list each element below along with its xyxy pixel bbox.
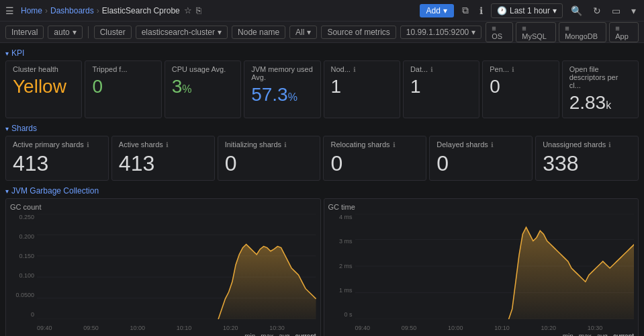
star-icon[interactable]: ☆ [184,5,192,15]
kpi-nodes-label: Nod... ℹ [331,65,393,73]
kpi-cluster-health: Cluster health Yellow [5,60,82,118]
chevron-down-icon[interactable]: ▾ [629,4,639,17]
svg-marker-6 [37,245,316,319]
kpi-section-header[interactable]: ▾ KPI [5,46,639,60]
gc-time-max[interactable]: max [579,333,592,336]
gc-count-x-axis: 09:40 09:50 10:00 10:10 10:20 10:30 [37,325,316,331]
kpi-open-fd-label: Open file descriptors per cl... [569,65,631,89]
gc-time-current[interactable]: current [613,333,634,336]
gc-time-panel: GC time 4 ms 3 ms 2 ms 1 ms 0 s [324,198,639,336]
cluster-value: elasticsearch-cluster [142,28,215,37]
share-icon[interactable]: ⎘ [196,5,201,15]
shard-active: Active shards ℹ 413 [111,136,215,181]
gc-count-footer: min max avg current [10,331,316,336]
tv-icon[interactable]: ▭ [609,4,623,17]
dashboards-link[interactable]: Dashboards [50,6,94,15]
kpi-cluster-health-value: Yellow [13,76,75,97]
ip-label: 10.99.1.105:9200 [406,28,469,37]
kpi-jvm-mem: JVM memory used Avg. 57.3% [244,60,320,118]
shard-initializing: Initializing shards ℹ 0 [218,136,321,181]
info-icon[interactable]: ℹ [477,4,486,17]
cluster-label: Cluster [94,26,132,39]
gc-time-avg[interactable]: avg [597,333,608,336]
dat-info-icon[interactable]: ℹ [430,66,433,73]
shard-active-primary-value: 413 [13,151,101,176]
gc-time-svg [355,214,635,319]
active-primary-info-icon[interactable]: ℹ [87,141,89,149]
unassigned-info-icon[interactable]: ℹ [608,141,611,149]
gc-time-area: 4 ms 3 ms 2 ms 1 ms 0 s [328,214,635,331]
kpi-pen-value: 0 [490,76,551,97]
shard-active-label: Active shards ℹ [119,140,208,149]
gc-count-min[interactable]: min [244,333,255,336]
relocating-info-icon[interactable]: ℹ [393,141,396,149]
jvm-section-header[interactable]: ▾ JVM Garbage Collection [5,183,639,198]
initializing-info-icon[interactable]: ℹ [284,141,287,149]
gc-time-footer: min max avg current [328,331,635,336]
shards-title: Shards [11,124,37,133]
gc-count-max[interactable]: max [261,333,273,336]
shard-delayed: Delayed shards ℹ 0 [429,136,533,181]
kpi-title: KPI [11,48,24,58]
active-info-icon[interactable]: ℹ [166,141,169,149]
delayed-info-icon[interactable]: ℹ [491,141,494,149]
shards-section-header[interactable]: ▾ Shards [5,121,639,136]
kpi-jvm-mem-value: 57.3% [251,84,313,106]
mysql-pill[interactable]: ≡ MySQL [516,22,556,42]
node-name-label: Node name [232,26,285,39]
add-chevron-icon: ▾ [443,6,447,15]
shard-unassigned: Unassigned shards ℹ 338 [535,136,639,181]
shard-unassigned-label: Unassigned shards ℹ [543,140,631,149]
shard-initializing-label: Initializing shards ℹ [225,140,314,149]
kpi-open-fd: Open file descriptors per cl... 2.83k [562,60,639,118]
shard-active-primary-label: Active primary shards ℹ [13,140,101,149]
shard-relocating-label: Relocating shards ℹ [330,140,419,149]
shard-delayed-value: 0 [436,151,525,176]
shard-active-primary: Active primary shards ℹ 413 [5,136,109,181]
kpi-nodes-value: 1 [331,76,393,97]
kpi-cluster-health-label: Cluster health [13,65,75,73]
cluster-selector[interactable]: elasticsearch-cluster ▾ [136,26,228,39]
charts-row: GC count 0.250 0.200 0.150 0.100 0.0500 … [5,198,639,336]
jvm-title: JVM Garbage Collection [11,186,99,196]
gc-time-min[interactable]: min [563,333,573,336]
nav-pills: ≡ OS ≡ MySQL ≡ MongoDB ≡ App [486,22,639,42]
hamburger-menu[interactable]: ☰ [5,5,14,16]
all-selector[interactable]: All ▾ [289,26,317,39]
nodes-info-icon[interactable]: ℹ [353,66,356,73]
refresh-icon[interactable]: ↻ [590,4,604,17]
gc-time-y-axis: 4 ms 3 ms 2 ms 1 ms 0 s [328,214,355,318]
kpi-pen: Pen... ℹ 0 [482,60,559,118]
kpi-jvm-mem-label: JVM memory used Avg. [251,65,313,81]
source-label: Source of metrics [321,26,396,39]
gc-count-current[interactable]: current [295,333,316,336]
ip-chevron: ▾ [471,28,475,37]
kpi-cpu-value: 3% [172,76,234,97]
copy-icon[interactable]: ⧉ [459,3,471,17]
os-pill[interactable]: ≡ OS [486,22,513,42]
clock-icon: 🕐 [497,6,507,15]
ip-selector[interactable]: 10.99.1.105:9200 ▾ [400,26,481,39]
time-range-label: Last 1 hour [510,6,550,15]
auto-selector[interactable]: auto ▾ [48,26,82,39]
kpi-dat-value: 1 [410,76,472,97]
zoom-out-icon[interactable]: 🔍 [568,4,585,17]
jvm-caret-icon: ▾ [5,187,9,195]
auto-label: auto [54,28,69,37]
interval-selector[interactable]: Interval [5,26,44,39]
gc-count-avg[interactable]: avg [279,333,289,336]
gc-time-chart-inner [355,214,635,319]
add-button[interactable]: Add ▾ [420,4,454,17]
mongodb-pill[interactable]: ≡ MongoDB [559,22,606,42]
gc-count-chart-inner [37,214,316,319]
home-link[interactable]: Home [21,6,42,15]
breadcrumb-sep2: › [97,6,99,15]
kpi-open-fd-value: 2.83k [569,92,631,114]
app-pill[interactable]: ≡ App [609,22,639,42]
shards-caret-icon: ▾ [5,125,9,132]
time-picker[interactable]: 🕐 Last 1 hour ▾ [491,3,563,18]
shard-delayed-label: Delayed shards ℹ [436,140,525,149]
shard-active-value: 413 [119,151,208,176]
pen-info-icon[interactable]: ℹ [512,66,514,73]
gc-count-svg [37,214,316,319]
